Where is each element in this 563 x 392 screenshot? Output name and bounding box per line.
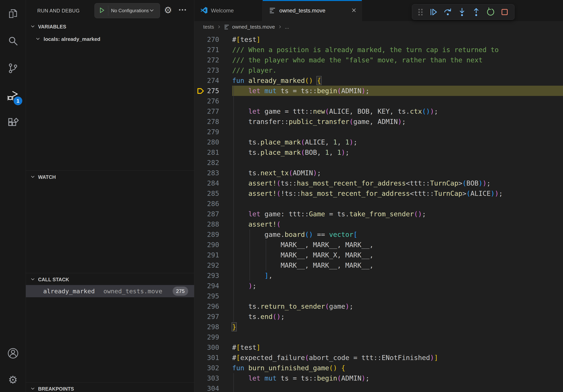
line-gutter[interactable]: 300	[194, 342, 232, 353]
code-line[interactable]: 286	[194, 198, 563, 209]
line-content[interactable]: MARK__, MARK__, MARK__,	[232, 260, 563, 270]
line-content[interactable]	[232, 198, 563, 209]
code-line[interactable]: 300 #[test]	[194, 342, 563, 353]
code-line[interactable]: 294 );	[194, 281, 563, 291]
code-line[interactable]: 298 }	[194, 322, 563, 332]
line-gutter[interactable]: 298	[194, 322, 232, 332]
code-line[interactable]: 281 ts.place_mark(BOB, 1, 1);	[194, 147, 563, 157]
line-gutter[interactable]: 304	[194, 383, 232, 392]
views-more-icon[interactable]	[178, 8, 187, 13]
line-gutter[interactable]: 296	[194, 301, 232, 312]
code-line[interactable]: 289 game.board() == vector[	[194, 229, 563, 240]
line-content[interactable]: assert!(ts::has_most_recent_for_address<…	[232, 178, 563, 188]
section-divider[interactable]	[26, 170, 194, 171]
line-content[interactable]: MARK__, MARK__, MARK__,	[232, 240, 563, 250]
code-line[interactable]: 273 /// player.	[194, 65, 563, 75]
code-line[interactable]: 288 assert!(	[194, 219, 563, 229]
explorer-icon[interactable]	[0, 3, 26, 25]
line-content[interactable]: MARK__, MARK_X, MARK__,	[232, 250, 563, 260]
line-gutter[interactable]: 270	[194, 34, 232, 45]
section-variables[interactable]: VARIABLES	[26, 21, 194, 33]
source-control-icon[interactable]	[0, 57, 26, 79]
search-icon[interactable]	[0, 30, 26, 52]
start-debug-icon[interactable]	[98, 7, 105, 15]
continue-icon[interactable]	[429, 8, 438, 17]
line-gutter[interactable]: 281	[194, 147, 232, 157]
line-gutter[interactable]: 291	[194, 250, 232, 260]
line-gutter[interactable]: 280	[194, 137, 232, 147]
line-content[interactable]: fun already_marked() {	[232, 75, 563, 86]
restart-icon[interactable]	[486, 8, 495, 17]
code-line[interactable]: 299	[194, 332, 563, 342]
line-gutter[interactable]: 283	[194, 168, 232, 178]
line-content[interactable]: ts.place_mark(BOB, 1, 1);	[232, 147, 563, 157]
line-gutter[interactable]: 279	[194, 127, 232, 137]
tab-welcome[interactable]: Welcome	[194, 0, 263, 21]
line-gutter[interactable]: 292	[194, 260, 232, 270]
line-content[interactable]: ts.end();	[232, 312, 563, 322]
section-divider[interactable]	[26, 273, 194, 273]
tab-owned-tests-move[interactable]: owned_tests.move	[263, 0, 362, 21]
line-gutter[interactable]: 274	[194, 75, 232, 86]
code-line[interactable]: 284 assert!(ts::has_most_recent_for_addr…	[194, 178, 563, 188]
line-gutter[interactable]: 302	[194, 363, 232, 373]
line-gutter[interactable]: 272	[194, 55, 232, 65]
line-gutter[interactable]: 273	[194, 65, 232, 75]
line-content[interactable]: assert!(!ts::has_most_recent_for_address…	[232, 188, 563, 198]
code-line[interactable]: 282	[194, 157, 563, 168]
line-content[interactable]: #[expected_failure(abort_code = ttt::ENo…	[232, 353, 563, 363]
code-line[interactable]: 280 ts.place_mark(ALICE, 1, 1);	[194, 137, 563, 147]
code-line[interactable]: 295	[194, 291, 563, 301]
line-gutter[interactable]: 285	[194, 188, 232, 198]
breadcrumb-symbol[interactable]: ...	[285, 24, 289, 30]
code-line[interactable]: 285 assert!(!ts::has_most_recent_for_add…	[194, 188, 563, 198]
code-line[interactable]: 303 let mut ts = ts::begin(ADMIN);	[194, 373, 563, 383]
line-content[interactable]	[232, 157, 563, 168]
line-content[interactable]: #[test]	[232, 34, 563, 45]
variables-scope-locals[interactable]: locals: already_marked	[26, 33, 194, 45]
line-gutter[interactable]: 293	[194, 270, 232, 281]
account-icon[interactable]	[0, 342, 26, 364]
line-content[interactable]: /// the player who made the "false" move…	[232, 55, 563, 65]
line-content[interactable]: transfer::public_transfer(game, ADMIN);	[232, 117, 563, 127]
line-content[interactable]: let mut ts = ts::begin(ADMIN);	[232, 86, 563, 96]
step-out-icon[interactable]	[472, 8, 481, 17]
line-content[interactable]: ts.return_to_sender(game);	[232, 301, 563, 312]
section-watch[interactable]: WATCH	[26, 171, 194, 183]
settings-gear-icon[interactable]: ⚙	[0, 369, 26, 391]
code-editor[interactable]: 270 #[test] 271 /// When a position is a…	[194, 33, 563, 392]
code-line[interactable]: 297 ts.end();	[194, 312, 563, 322]
code-line[interactable]: 293 ],	[194, 270, 563, 281]
line-gutter[interactable]: 276	[194, 96, 232, 106]
code-line[interactable]: 292 MARK__, MARK__, MARK__,	[194, 260, 563, 270]
line-content[interactable]: ts.place_mark(ALICE, 1, 1);	[232, 137, 563, 147]
line-content[interactable]: );	[232, 281, 563, 291]
code-line[interactable]: 270 #[test]	[194, 34, 563, 45]
line-content[interactable]: let mut ts = ts::begin(ADMIN);	[232, 373, 563, 383]
line-gutter[interactable]: 278	[194, 117, 232, 127]
line-content[interactable]: game.board() == vector[	[232, 229, 563, 240]
step-into-icon[interactable]	[458, 8, 467, 17]
line-content[interactable]: }	[232, 322, 563, 332]
code-line[interactable]: 291 MARK__, MARK_X, MARK__,	[194, 250, 563, 260]
line-gutter[interactable]: 282	[194, 157, 232, 168]
line-content[interactable]: /// player.	[232, 65, 563, 75]
line-gutter[interactable]: 287	[194, 209, 232, 219]
line-content[interactable]: /// When a position is already marked, t…	[232, 45, 563, 55]
line-gutter[interactable]: 271	[194, 45, 232, 55]
code-line[interactable]: 275 let mut ts = ts::begin(ADMIN);	[194, 86, 563, 96]
line-content[interactable]	[232, 96, 563, 106]
line-gutter[interactable]: 295	[194, 291, 232, 301]
code-line[interactable]: 296 ts.return_to_sender(game);	[194, 301, 563, 312]
call-stack-frame[interactable]: already_marked owned_tests.move 275	[26, 285, 194, 297]
code-line[interactable]: 279	[194, 127, 563, 137]
line-content[interactable]: let game = ttt::new(ALICE, BOB, KEY, ts.…	[232, 106, 563, 117]
code-line[interactable]: 272 /// the player who made the "false" …	[194, 55, 563, 65]
code-line[interactable]: 304	[194, 383, 563, 392]
code-line[interactable]: 277 let game = ttt::new(ALICE, BOB, KEY,…	[194, 106, 563, 117]
code-line[interactable]: 271 /// When a position is already marke…	[194, 45, 563, 55]
line-content[interactable]: #[test]	[232, 342, 563, 353]
code-line[interactable]: 290 MARK__, MARK__, MARK__,	[194, 240, 563, 250]
line-gutter[interactable]: 289	[194, 229, 232, 240]
debug-config-dropdown[interactable]: No Configurations	[94, 3, 160, 18]
